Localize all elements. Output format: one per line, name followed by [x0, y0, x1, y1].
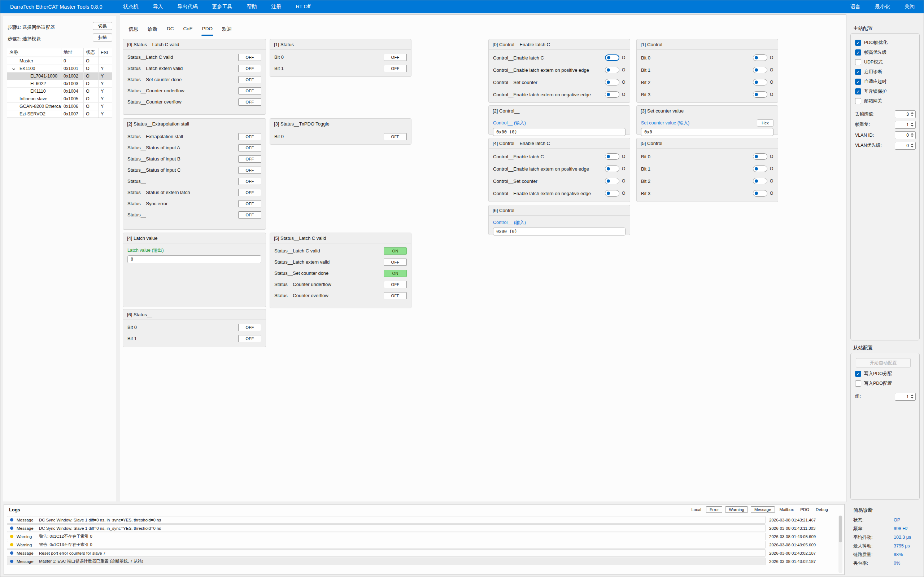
pdo-bool-button[interactable]: ON	[384, 270, 407, 277]
spinner-up-icon[interactable]	[911, 133, 914, 134]
spinner-down-icon[interactable]	[911, 135, 914, 137]
spinner-up-icon[interactable]	[911, 143, 914, 145]
checkbox[interactable]: ✓	[855, 89, 861, 95]
spinbox[interactable]: 0	[895, 142, 916, 150]
spinbox[interactable]: 1	[895, 121, 916, 129]
start-auto-config-button[interactable]: 开始自动配置	[856, 358, 911, 367]
spinbox[interactable]: 1	[895, 393, 916, 401]
pdo-toggle-switch[interactable]	[753, 190, 767, 197]
spinner-down-icon[interactable]	[911, 397, 914, 398]
device-row[interactable]: EL60220x1003OY	[7, 80, 112, 87]
pdo-bool-button[interactable]: OFF	[238, 87, 261, 95]
pdo-value-input[interactable]: 0	[128, 255, 261, 263]
tab-diagnostics[interactable]: 诊断	[148, 26, 157, 36]
logs-scrollbar-thumb[interactable]	[839, 516, 842, 542]
pdo-bool-button[interactable]: OFF	[238, 65, 261, 72]
pdo-bool-button[interactable]: OFF	[238, 189, 261, 196]
pdo-toggle-switch[interactable]	[605, 166, 619, 172]
pdo-bool-button[interactable]: OFF	[238, 335, 261, 342]
pdo-bool-button[interactable]: OFF	[384, 292, 407, 299]
device-row[interactable]: EK11000x1001OY	[7, 64, 112, 72]
pdo-bool-button[interactable]: OFF	[384, 133, 407, 140]
device-row[interactable]: EL7041-10000x1002OY	[7, 72, 112, 80]
checkbox[interactable]	[855, 98, 861, 104]
pdo-bool-button[interactable]: OFF	[384, 259, 407, 266]
pdo-bool-button[interactable]: OFF	[238, 98, 261, 106]
log-filter-button[interactable]: Error	[706, 506, 723, 513]
menu-minimize[interactable]: 最小化	[875, 3, 890, 10]
pdo-toggle-switch[interactable]	[605, 67, 619, 73]
pdo-toggle-switch[interactable]	[605, 91, 619, 98]
menu-register[interactable]: 注册	[271, 3, 281, 10]
pdo-toggle-switch[interactable]	[753, 55, 767, 61]
menu-close[interactable]: 关闭	[905, 3, 914, 10]
pdo-value-input[interactable]: 0x00 (0)	[493, 227, 625, 235]
pdo-bool-button[interactable]: OFF	[238, 167, 261, 174]
switch-adapter-button[interactable]: 切换	[93, 22, 112, 30]
menu-help[interactable]: 帮助	[247, 3, 257, 10]
log-filter-button[interactable]: Warning	[725, 506, 748, 513]
spinner-up-icon[interactable]	[911, 395, 914, 396]
device-row[interactable]: Master0O	[7, 57, 112, 64]
pdo-bool-button[interactable]: OFF	[384, 65, 407, 72]
tab-coe[interactable]: CoE	[183, 26, 193, 36]
menu-export-code[interactable]: 导出代码	[177, 3, 197, 10]
menu-rt-off[interactable]: RT Off	[296, 3, 310, 10]
log-filter-button[interactable]: PDO	[798, 507, 811, 513]
device-row[interactable]: Ezi-SERVO20x1007OY	[7, 110, 112, 118]
pdo-bool-button[interactable]: OFF	[238, 54, 261, 61]
checkbox[interactable]: ✓	[855, 371, 861, 377]
log-filter-button[interactable]: Debug	[814, 507, 830, 513]
checkbox[interactable]	[855, 380, 861, 387]
pdo-bool-button[interactable]: OFF	[238, 144, 261, 152]
pdo-bool-button[interactable]: OFF	[238, 133, 261, 140]
pdo-toggle-switch[interactable]	[605, 190, 619, 197]
checkbox[interactable]: ✓	[855, 49, 861, 56]
pdo-bool-button[interactable]: OFF	[238, 200, 261, 207]
pdo-toggle-switch[interactable]	[753, 91, 767, 98]
log-entry[interactable]: MessageMaster 1: ESC 端口错误计数器已重置 (诊断基线, 7…	[7, 558, 836, 565]
pdo-bool-button[interactable]: OFF	[238, 76, 261, 83]
device-row[interactable]: GCAN-8200 Etherca...0x1006OY	[7, 102, 112, 110]
pdo-toggle-switch[interactable]	[605, 153, 619, 160]
scan-button[interactable]: 扫描	[93, 34, 112, 42]
log-filter-button[interactable]: Mailbox	[778, 507, 796, 513]
menu-state-machine[interactable]: 状态机	[123, 3, 138, 10]
pdo-toggle-switch[interactable]	[753, 166, 767, 172]
tab-info[interactable]: 信息	[129, 26, 138, 36]
checkbox[interactable]	[855, 59, 861, 65]
spinbox[interactable]: 0	[895, 131, 916, 139]
tab-pdo[interactable]: PDO	[202, 26, 213, 36]
logs-scrollbar[interactable]	[838, 515, 842, 573]
log-entry[interactable]: Warning警告: 0x1C13不存在子索引 02026-03-08 01:4…	[7, 541, 836, 548]
spinner-down-icon[interactable]	[911, 146, 914, 148]
tab-welcome[interactable]: 欢迎	[222, 26, 232, 36]
hex-toggle-button[interactable]: Hex	[757, 119, 774, 127]
spinner-down-icon[interactable]	[911, 115, 914, 116]
pdo-toggle-switch[interactable]	[753, 153, 767, 160]
spinbox[interactable]: 3	[895, 110, 916, 118]
log-entry[interactable]: MessageDC Sync Window: Slave 1 diff=0 ns…	[7, 516, 836, 524]
pdo-bool-button[interactable]: OFF	[238, 324, 261, 331]
pdo-bool-button[interactable]: OFF	[384, 281, 407, 288]
device-row[interactable]: EK11100x1004OY	[7, 87, 112, 95]
pdo-toggle-switch[interactable]	[753, 79, 767, 85]
menu-more-tools[interactable]: 更多工具	[212, 3, 232, 10]
pdo-bool-button[interactable]: OFF	[384, 54, 407, 61]
spinner-up-icon[interactable]	[911, 112, 914, 114]
spinner-up-icon[interactable]	[911, 122, 914, 124]
checkbox[interactable]: ✓	[855, 40, 861, 46]
spinner-down-icon[interactable]	[911, 125, 914, 127]
pdo-bool-button[interactable]: OFF	[238, 155, 261, 163]
pdo-bool-button[interactable]: ON	[384, 247, 407, 255]
pdo-toggle-switch[interactable]	[605, 55, 619, 61]
pdo-bool-button[interactable]: OFF	[238, 178, 261, 185]
menu-import[interactable]: 导入	[153, 3, 163, 10]
pdo-toggle-switch[interactable]	[605, 178, 619, 184]
log-entry[interactable]: MessageDC Sync Window: Slave 1 diff=0 ns…	[7, 524, 836, 532]
log-filter-button[interactable]: Message	[751, 506, 775, 513]
log-entry[interactable]: MessageReset port error counters for sla…	[7, 549, 836, 557]
checkbox[interactable]: ✓	[855, 79, 861, 85]
pdo-toggle-switch[interactable]	[753, 67, 767, 73]
chevron-down-icon[interactable]	[12, 67, 16, 71]
